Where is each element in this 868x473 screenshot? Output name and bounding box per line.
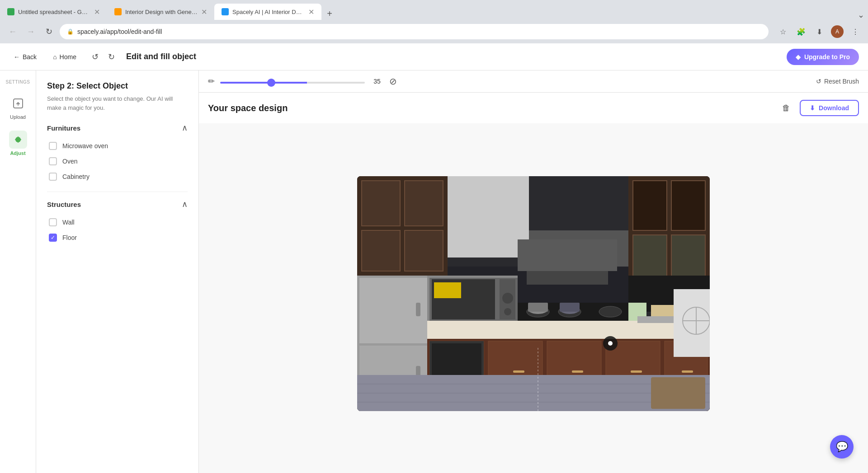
left-panel: Step 2: Select Object Select the object … (36, 70, 199, 473)
svg-rect-21 (416, 303, 420, 316)
structures-section: Structures ∧ Wall ✓ Floor (47, 199, 188, 245)
adjust-icon (9, 131, 27, 149)
download-button[interactable]: ⬇ Download (800, 100, 859, 116)
tab-title-spacely: Spacely AI | AI Interior Desig... (232, 9, 305, 15)
adjust-label: Adjust (10, 150, 25, 156)
svg-rect-64 (674, 289, 710, 357)
address-bar[interactable]: 🔒 spacely.ai/app/tool/edit-and-fill (60, 24, 769, 39)
reset-brush-button[interactable]: ↺ Reset Brush (816, 78, 859, 85)
home-button[interactable]: ⌂ Home (48, 51, 81, 63)
address-bar-row: ← → ↻ 🔒 spacely.ai/app/tool/edit-and-fil… (0, 20, 868, 43)
list-item[interactable]: Wall (47, 215, 188, 230)
forward-nav-button[interactable]: → (24, 24, 38, 39)
upgrade-icon: ◆ (796, 53, 801, 61)
svg-rect-40 (427, 321, 710, 339)
svg-point-35 (599, 306, 622, 317)
svg-rect-54 (631, 370, 642, 373)
bookmark-button[interactable]: ☆ (776, 24, 790, 39)
menu-button[interactable]: ⋮ (848, 24, 863, 39)
floor-checkbox[interactable]: ✓ (49, 234, 57, 242)
sidebar-item-upload[interactable]: Upload (2, 90, 34, 124)
svg-rect-9 (448, 176, 529, 258)
svg-rect-26 (434, 282, 461, 298)
svg-rect-12 (633, 181, 667, 230)
back-label: Back (23, 53, 37, 61)
svg-point-29 (504, 308, 511, 315)
svg-rect-52 (513, 370, 524, 373)
canvas-header: Your space design 🗑 ⬇ Download (199, 93, 868, 123)
tab-sheets[interactable]: Untitled spreadsheet - Goo... ✕ (0, 4, 107, 20)
delete-button[interactable]: 🗑 (778, 100, 794, 116)
chat-widget-button[interactable]: 💬 (830, 435, 854, 459)
cabinetry-checkbox[interactable] (49, 173, 57, 181)
home-label: Home (60, 53, 76, 61)
tab-icon-spacely (222, 8, 229, 15)
svg-rect-7 (362, 230, 400, 271)
tab-close-spacely[interactable]: ✕ (308, 8, 314, 16)
svg-point-69 (608, 341, 613, 346)
list-item[interactable]: Microwave oven (47, 138, 188, 154)
list-item[interactable]: ✓ Floor (47, 230, 188, 245)
tab-title-design: Interior Design with Generati... (125, 9, 198, 15)
upgrade-button[interactable]: ◆ Upgrade to Pro (787, 49, 859, 65)
browser-actions: ☆ 🧩 ⬇ A ⋮ (776, 24, 863, 39)
furnitures-section: Furnitures ∧ Microwave oven Oven Cabinet… (47, 123, 188, 184)
tab-close-design[interactable]: ✕ (201, 8, 207, 16)
canvas-toolbar: ✏ 35 ⊘ ↺ Reset Brush (199, 70, 868, 93)
tab-bar: Untitled spreadsheet - Goo... ✕ Interior… (0, 0, 868, 20)
erase-icon[interactable]: ⊘ (389, 76, 397, 87)
back-button[interactable]: ← Back (9, 51, 41, 63)
tab-spacely[interactable]: Spacely AI | AI Interior Desig... ✕ (214, 4, 321, 20)
furnitures-collapse-button[interactable]: ∧ (182, 123, 188, 133)
upgrade-label: Upgrade to Pro (804, 53, 850, 61)
step-title: Step 2: Select Object (47, 81, 188, 91)
brush-size-slider[interactable] (220, 82, 365, 84)
microwave-checkbox[interactable] (49, 142, 57, 150)
tab-design[interactable]: Interior Design with Generati... ✕ (107, 4, 214, 20)
reload-button[interactable]: ↻ (42, 24, 56, 39)
header-right: ◆ Upgrade to Pro (787, 49, 859, 65)
svg-rect-8 (405, 230, 443, 271)
tab-overflow-button[interactable]: ⌄ (858, 10, 868, 20)
kitchen-image (357, 176, 710, 411)
browser-chrome: Untitled spreadsheet - Goo... ✕ Interior… (0, 0, 868, 43)
back-nav-button[interactable]: ← (5, 24, 20, 39)
tab-close-sheets[interactable]: ✕ (94, 8, 100, 16)
svg-rect-30 (518, 239, 617, 271)
canvas-area[interactable]: 💬 (199, 123, 868, 473)
main-canvas: ✏ 35 ⊘ ↺ Reset Brush Your space design 🗑… (199, 70, 868, 473)
sidebar-item-adjust[interactable]: Adjust (2, 126, 34, 160)
svg-rect-5 (362, 181, 400, 226)
sidebar-nav: SETTINGS Upload Ad (0, 70, 36, 473)
furnitures-list: Microwave oven Oven Cabinetry (47, 138, 188, 184)
settings-label: SETTINGS (5, 76, 30, 88)
chat-icon: 💬 (836, 441, 848, 453)
new-tab-button[interactable]: + (323, 7, 336, 20)
redo-button[interactable]: ↻ (104, 50, 119, 64)
oven-checkbox[interactable] (49, 157, 57, 165)
address-text: spacely.ai/app/tool/edit-and-fill (77, 28, 761, 35)
undo-redo-group: ↺ ↻ (88, 50, 119, 64)
brush-slider-container (220, 77, 365, 85)
undo-button[interactable]: ↺ (88, 50, 103, 64)
brush-icon: ✏ (208, 76, 215, 86)
profile-button[interactable]: A (830, 24, 844, 39)
wall-checkbox[interactable] (49, 218, 57, 226)
furnitures-title: Furnitures (47, 124, 80, 132)
svg-rect-55 (682, 370, 693, 373)
app-header: ← Back ⌂ Home ↺ ↻ Edit and fill object ◆… (0, 43, 868, 70)
downloads-button[interactable]: ⬇ (812, 24, 826, 39)
svg-point-28 (502, 293, 513, 304)
list-item[interactable]: Oven (47, 154, 188, 169)
structures-collapse-button[interactable]: ∧ (182, 199, 188, 209)
list-item[interactable]: Cabinetry (47, 169, 188, 184)
tab-icon-sheets (7, 8, 14, 15)
upload-icon (9, 94, 27, 112)
extensions-button[interactable]: 🧩 (794, 24, 808, 39)
step-description: Select the object you want to change. Ou… (47, 94, 188, 112)
svg-rect-39 (560, 303, 580, 312)
lock-icon: 🔒 (67, 28, 74, 35)
cabinetry-label: Cabinetry (62, 173, 90, 180)
furnitures-header: Furnitures ∧ (47, 123, 188, 133)
svg-rect-44 (637, 316, 674, 323)
